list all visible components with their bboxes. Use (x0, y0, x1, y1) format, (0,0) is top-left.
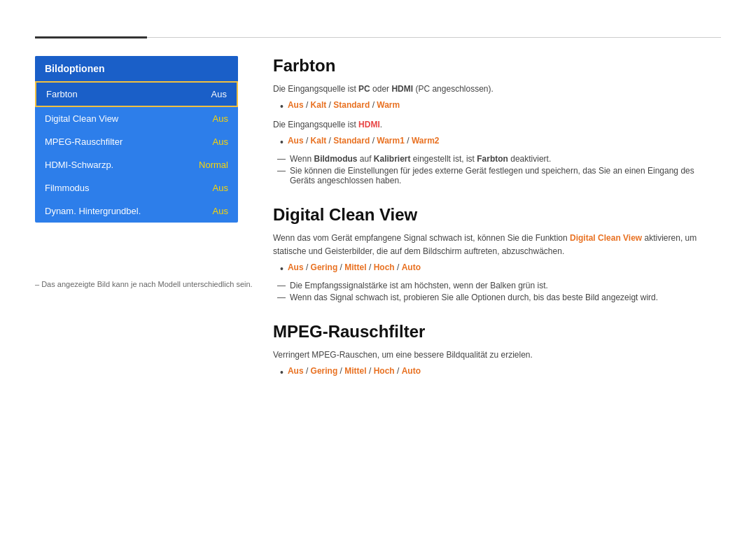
mpegrauschfilter-bullet1: Aus / Gering / Mittel / Hoch / Auto (280, 366, 721, 380)
sidebar-header: Bildoptionen (35, 56, 238, 81)
top-line-dark (35, 36, 147, 38)
sidebar-item-digitalcleanview-value: Aus (213, 113, 228, 124)
sidebar-item-dynamhintergrundbel-value: Aus (213, 206, 228, 216)
section-mpegrauschfilter: MPEG-Rauschfilter Verringert MPEG-Rausch… (273, 322, 721, 380)
sidebar-item-digitalcleanview[interactable]: Digital Clean View Aus (35, 107, 238, 130)
sidebar-item-hdmischwarzp-value: Normal (199, 160, 228, 170)
farbton-bullet1: Aus / Kalt / Standard / Warm (280, 100, 721, 114)
sidebar-item-filmmodus-label: Filmmodus (45, 183, 90, 193)
digitalcleanview-bullet1-text: Aus / Gering / Mittel / Hoch / Auto (288, 262, 421, 272)
mpegrauschfilter-desc1: Verringert MPEG-Rauschen, um eine besser… (273, 349, 721, 362)
digitalcleanview-bullet1: Aus / Gering / Mittel / Hoch / Auto (280, 262, 721, 276)
mpegrauschfilter-bullet1-text: Aus / Gering / Mittel / Hoch / Auto (288, 366, 421, 376)
sidebar-item-farbton[interactable]: Farbton Aus (35, 81, 238, 107)
mpegrauschfilter-title: MPEG-Rauschfilter (273, 322, 721, 342)
sidebar-item-hdmischwarzp-label: HDMI-Schwarzp. (45, 160, 113, 170)
sidebar: Bildoptionen Farbton Aus Digital Clean V… (35, 56, 238, 223)
sidebar-item-mpegrauschfilter-value: Aus (213, 136, 228, 147)
farbton-dash1: Wenn Bildmodus auf Kalibriert eingestell… (290, 154, 551, 164)
farbton-dash2: Sie können die Einstellungen für jedes e… (290, 166, 721, 185)
section-farbton: Farbton Die Eingangsquelle ist PC oder H… (273, 56, 721, 185)
main-content: Farbton Die Eingangsquelle ist PC oder H… (273, 56, 721, 399)
digitalcleanview-title: Digital Clean View (273, 205, 721, 225)
farbton-desc1: Die Eingangsquelle ist PC oder HDMI (PC … (273, 83, 721, 96)
top-divider (35, 36, 721, 38)
farbton-title: Farbton (273, 56, 721, 76)
farbton-dash-list: Wenn Bildmodus auf Kalibriert eingestell… (277, 154, 721, 185)
sidebar-item-digitalcleanview-label: Digital Clean View (45, 113, 118, 124)
top-line-light (147, 37, 721, 38)
farbton-desc2: Die Eingangsquelle ist HDMI. (273, 118, 721, 132)
sidebar-item-dynamhintergrundbel[interactable]: Dynam. Hintergrundbel. Aus (35, 199, 238, 223)
sidebar-item-mpegrauschfilter-label: MPEG-Rauschfilter (45, 136, 122, 147)
farbton-bullet1-text: Aus / Kalt / Standard / Warm (288, 100, 400, 110)
sidebar-item-dynamhintergrundbel-label: Dynam. Hintergrundbel. (45, 206, 141, 216)
sidebar-item-hdmischwarzp[interactable]: HDMI-Schwarzp. Normal (35, 153, 238, 176)
sidebar-item-mpegrauschfilter[interactable]: MPEG-Rauschfilter Aus (35, 130, 238, 153)
farbton-bullet2: Aus / Kalt / Standard / Warm1 / Warm2 (280, 136, 721, 150)
sidebar-item-farbton-label: Farbton (46, 89, 78, 99)
digitalcleanview-dash1: Die Empfangssignalstärke ist am höchsten… (290, 281, 548, 290)
sidebar-item-filmmodus-value: Aus (213, 183, 228, 193)
section-digitalcleanview: Digital Clean View Wenn das vom Gerät em… (273, 205, 721, 302)
digitalcleanview-dash-list: Die Empfangssignalstärke ist am höchsten… (277, 281, 721, 302)
sidebar-item-farbton-value: Aus (211, 89, 227, 99)
footnote: – Das angezeigte Bild kann je nach Model… (35, 280, 253, 288)
farbton-bullet2-text: Aus / Kalt / Standard / Warm1 / Warm2 (288, 136, 440, 146)
sidebar-item-filmmodus[interactable]: Filmmodus Aus (35, 176, 238, 199)
digitalcleanview-desc1: Wenn das vom Gerät empfangene Signal sch… (273, 232, 721, 258)
digitalcleanview-dash2: Wenn das Signal schwach ist, probieren S… (290, 293, 658, 302)
